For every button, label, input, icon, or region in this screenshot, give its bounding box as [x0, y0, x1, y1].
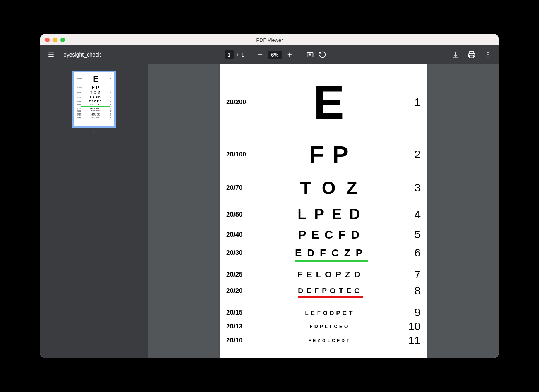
page-total: 1 [241, 52, 244, 58]
acuity-label: 20/200 [226, 98, 256, 106]
acuity-label: 20/15 [226, 309, 256, 316]
hamburger-icon [48, 51, 55, 58]
minus-icon [257, 51, 264, 58]
line-number: 1 [402, 96, 421, 108]
toolbar-divider [300, 51, 300, 58]
eye-chart-row: 20/40 PECFD 5 [226, 228, 421, 241]
window-title: PDF Viewer [256, 37, 283, 43]
page-number-input[interactable] [225, 50, 234, 59]
acuity-label: 20/25 [226, 271, 256, 279]
close-window-button[interactable] [45, 38, 50, 42]
rotate-icon [319, 51, 326, 58]
app-window: PDF Viewer eyesight_check / 1 6% [40, 34, 499, 358]
line-number: 9 [402, 306, 421, 319]
minimize-window-button[interactable] [53, 38, 57, 42]
eye-chart-row: 20/30 EDFCZP 6 [226, 247, 421, 259]
window-titlebar: PDF Viewer [40, 34, 499, 45]
acuity-label: 20/100 [226, 151, 256, 158]
chart-letters: EDFCZP [256, 247, 402, 259]
main-viewport[interactable]: 20/200 E 1 20/100 FP 2 20/70 TOZ 3 20/50… [148, 64, 499, 358]
chart-letters: FDPLTCEO [256, 324, 402, 329]
toolbar-right [451, 50, 493, 59]
acuity-label: 20/30 [226, 249, 256, 257]
more-vert-icon [484, 51, 492, 58]
pdf-page: 20/200 E 1 20/100 FP 2 20/70 TOZ 3 20/50… [220, 64, 427, 358]
line-number: 6 [402, 247, 421, 259]
chart-letters: FEZOLCFDT [256, 338, 402, 343]
chart-letters: TOZ [256, 177, 402, 198]
eye-chart-row: 20/200 E 1 [226, 76, 421, 129]
chart-letters: PECFD [256, 228, 402, 241]
eye-chart-row: 20/70 TOZ 3 [226, 177, 421, 198]
chart-letters: DEFPOTEC [256, 287, 402, 295]
line-number: 10 [402, 320, 421, 333]
zoom-level: 6% [268, 51, 282, 59]
chart-letters: E [256, 76, 402, 129]
toolbar-center: / 1 6% [225, 50, 327, 59]
print-icon [468, 51, 475, 58]
acuity-label: 20/10 [226, 337, 256, 344]
chart-letters: FELOPZD [256, 270, 402, 280]
svg-point-12 [487, 56, 488, 57]
chart-letters: LPED [256, 206, 402, 223]
toolbar-divider [250, 51, 250, 58]
thumbnail-number: 1 [93, 131, 96, 136]
svg-point-10 [487, 52, 488, 53]
line-number: 3 [402, 182, 421, 194]
eye-chart-row: 20/15 LEFODPCT 9 [226, 306, 421, 319]
more-menu-button[interactable] [483, 50, 493, 59]
eye-chart-row: 20/10 FEZOLCFDT 11 [226, 334, 421, 347]
svg-point-11 [487, 54, 488, 55]
pdf-toolbar: eyesight_check / 1 6% [40, 45, 499, 64]
thumbnail-1[interactable]: 20/200E1 20/100FP2 20/70TOZ3 20/50LPED4 … [72, 71, 116, 128]
chart-letters: LEFODPCT [256, 309, 402, 316]
acuity-label: 20/20 [226, 287, 256, 295]
eye-chart-row: 20/20 DEFPOTEC 8 [226, 285, 421, 297]
eye-chart-row: 20/13 FDPLTCEO 10 [226, 320, 421, 333]
line-number: 4 [402, 208, 421, 221]
acuity-label: 20/40 [226, 231, 256, 239]
document-title: eyesight_check [64, 52, 101, 58]
print-button[interactable] [467, 50, 476, 59]
line-number: 2 [402, 148, 421, 161]
page-separator: / [237, 52, 239, 58]
zoom-out-button[interactable] [256, 50, 265, 59]
thumbnail-panel: 20/200E1 20/100FP2 20/70TOZ3 20/50LPED4 … [40, 64, 148, 358]
eye-chart-row: 20/50 LPED 4 [226, 206, 421, 223]
red-underline [298, 296, 362, 298]
line-number: 11 [402, 334, 421, 347]
download-button[interactable] [451, 50, 460, 59]
line-number: 8 [402, 285, 421, 297]
menu-button[interactable] [46, 50, 56, 59]
line-number: 7 [402, 268, 421, 281]
chart-letters: FP [256, 141, 402, 168]
eye-chart-row: 20/100 FP 2 [226, 141, 421, 168]
download-icon [451, 51, 459, 58]
content-area: 20/200E1 20/100FP2 20/70TOZ3 20/50LPED4 … [40, 64, 499, 358]
fit-page-icon [306, 51, 314, 58]
traffic-lights [40, 38, 65, 42]
rotate-button[interactable] [318, 50, 327, 59]
acuity-label: 20/50 [226, 211, 256, 218]
acuity-label: 20/70 [226, 184, 256, 192]
fit-page-button[interactable] [306, 50, 315, 59]
eye-chart-row: 20/25 FELOPZD 7 [226, 268, 421, 281]
zoom-in-button[interactable] [285, 50, 294, 59]
svg-rect-9 [470, 55, 474, 58]
zoom-window-button[interactable] [60, 38, 65, 42]
thumbnail-preview: 20/200E1 20/100FP2 20/70TOZ3 20/50LPED4 … [74, 72, 114, 126]
acuity-label: 20/13 [226, 323, 256, 330]
green-underline [295, 260, 368, 262]
svg-rect-7 [309, 54, 311, 56]
line-number: 5 [402, 229, 421, 241]
plus-icon [286, 51, 293, 58]
